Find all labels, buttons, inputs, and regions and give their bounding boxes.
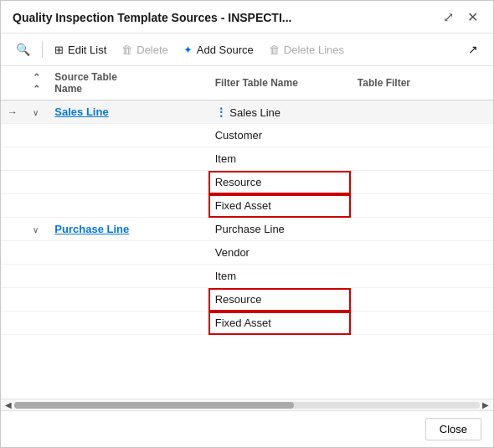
row-filter-cell xyxy=(351,218,493,241)
row-filter-name-cell: Item xyxy=(208,265,351,288)
grid-container: ⌃⌃ Source TableName Filter Table Name Ta… xyxy=(1,66,493,399)
row-source-cell xyxy=(48,288,208,312)
row-filter-name-cell: Resource xyxy=(208,288,351,312)
main-window: Quality Inspection Template Sources - IN… xyxy=(0,0,494,448)
table-row[interactable]: Customer xyxy=(1,124,493,147)
filter-name-text: Fixed Asset xyxy=(215,317,271,329)
row-expand-cell xyxy=(26,288,49,312)
row-arrow-cell xyxy=(1,312,26,335)
row-filter-cell xyxy=(351,194,493,218)
filter-name-text: Fixed Asset xyxy=(215,199,271,212)
add-source-button[interactable]: ✦ Add Source xyxy=(177,39,260,60)
row-filter-cell xyxy=(351,124,493,147)
row-expand-cell xyxy=(26,147,49,171)
title-bar: Quality Inspection Template Sources - IN… xyxy=(1,1,493,33)
scrollbar-thumb xyxy=(14,402,294,409)
delete-lines-icon: 🗑 xyxy=(269,44,280,56)
export-button[interactable]: ↗ xyxy=(461,39,485,60)
row-filter-cell xyxy=(351,171,493,194)
search-icon: 🔍 xyxy=(16,43,30,56)
row-arrow-cell xyxy=(1,147,26,171)
row-expand-cell: ∨ xyxy=(26,100,49,124)
three-dots-icon[interactable]: ⋮ xyxy=(215,106,227,119)
content-area: ⌃⌃ Source TableName Filter Table Name Ta… xyxy=(1,66,493,410)
filter-name-text: Resource xyxy=(215,176,262,188)
close-button[interactable]: Close xyxy=(425,418,481,440)
row-arrow-cell xyxy=(1,194,26,218)
row-filter-cell xyxy=(351,241,493,265)
row-expand-cell xyxy=(26,241,49,265)
col-header-expand: ⌃⌃ xyxy=(26,66,49,100)
row-filter-cell xyxy=(351,265,493,288)
row-filter-name-cell: Vendor xyxy=(208,241,351,265)
title-icons: ⤢ ✕ xyxy=(440,9,481,26)
row-filter-name-cell: Resource xyxy=(208,171,351,194)
row-filter-name-cell: Customer xyxy=(208,124,351,147)
row-filter-name-cell: Fixed Asset xyxy=(208,194,351,218)
row-arrow-cell xyxy=(1,241,26,265)
scroll-left-button[interactable]: ◀ xyxy=(3,400,14,409)
filter-name-text: Sales Line xyxy=(229,106,280,119)
row-source-cell xyxy=(48,312,208,335)
table-row[interactable]: Item xyxy=(1,265,493,288)
row-source-cell xyxy=(48,265,208,288)
toolbar: 🔍 ⊞ Edit List 🗑 Delete ✦ Add Source 🗑 De… xyxy=(1,33,493,66)
row-arrow-cell xyxy=(1,218,26,241)
source-name[interactable]: Purchase Line xyxy=(54,223,129,235)
close-window-button[interactable]: ✕ xyxy=(464,9,481,26)
row-expand-cell xyxy=(26,265,49,288)
row-expand-cell xyxy=(26,124,49,147)
table-row[interactable]: Resource xyxy=(1,288,493,312)
delete-lines-button[interactable]: 🗑 Delete Lines xyxy=(262,39,351,60)
edit-list-icon: ⊞ xyxy=(54,44,64,56)
expand-icon[interactable]: ∨ xyxy=(33,108,39,117)
delete-label: Delete xyxy=(136,44,168,56)
row-filter-cell xyxy=(351,100,493,124)
expand-icon[interactable]: ⤢ xyxy=(440,9,457,26)
row-filter-name-cell: Purchase Line xyxy=(208,218,351,241)
expand-icon[interactable]: ∨ xyxy=(33,225,39,234)
table-row[interactable]: Fixed Asset xyxy=(1,312,493,335)
search-button[interactable]: 🔍 xyxy=(9,39,37,60)
table-row[interactable]: Resource xyxy=(1,171,493,194)
row-arrow-icon: → xyxy=(8,106,18,118)
delete-icon: 🗑 xyxy=(121,44,132,56)
filter-name-text: Item xyxy=(215,152,236,165)
table-row[interactable]: →∨Sales Line⋮ Sales Line xyxy=(1,100,493,124)
row-source-cell xyxy=(48,241,208,265)
delete-button[interactable]: 🗑 Delete xyxy=(115,39,175,60)
export-icon: ↗ xyxy=(468,43,478,56)
scrollbar-track[interactable] xyxy=(14,402,480,409)
row-source-cell xyxy=(48,194,208,218)
row-filter-cell xyxy=(351,288,493,312)
row-arrow-cell xyxy=(1,124,26,147)
delete-lines-label: Delete Lines xyxy=(284,44,344,56)
row-arrow-cell xyxy=(1,265,26,288)
row-source-cell xyxy=(48,171,208,194)
table-row[interactable]: Vendor xyxy=(1,241,493,265)
col-header-filter-name: Filter Table Name xyxy=(208,66,351,100)
row-source-cell: Sales Line xyxy=(48,100,208,124)
filter-name-text: Customer xyxy=(215,129,262,142)
window-title: Quality Inspection Template Sources - IN… xyxy=(13,11,291,24)
table-row[interactable]: ∨Purchase LinePurchase Line xyxy=(1,218,493,241)
col-header-filter: Table Filter xyxy=(351,66,493,100)
table-row[interactable]: Item xyxy=(1,147,493,171)
row-expand-cell xyxy=(26,171,49,194)
row-source-cell xyxy=(48,124,208,147)
row-arrow-cell xyxy=(1,288,26,312)
row-filter-name-cell: Item xyxy=(208,147,351,171)
row-arrow-cell: → xyxy=(1,100,26,124)
table-row[interactable]: Fixed Asset xyxy=(1,194,493,218)
scroll-right-button[interactable]: ▶ xyxy=(480,400,491,409)
row-filter-cell xyxy=(351,147,493,171)
filter-name-text: Purchase Line xyxy=(215,223,285,235)
collapse-all-icon[interactable]: ⌃⌃ xyxy=(33,72,40,94)
filter-name-text: Item xyxy=(215,270,236,282)
add-source-icon: ✦ xyxy=(183,44,193,56)
row-arrow-cell xyxy=(1,171,26,194)
col-header-source: Source TableName xyxy=(48,66,208,100)
edit-list-button[interactable]: ⊞ Edit List xyxy=(48,39,113,60)
source-name[interactable]: Sales Line xyxy=(54,106,108,118)
filter-name-text: Resource xyxy=(215,293,262,306)
